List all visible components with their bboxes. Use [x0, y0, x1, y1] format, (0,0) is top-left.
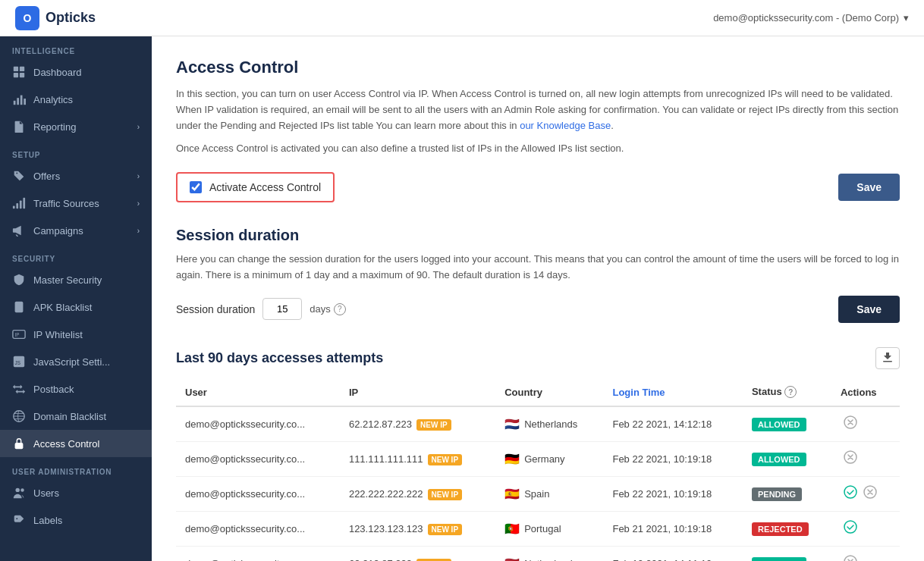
- table-row: demo@optickssecurity.co...123.123.123.12…: [176, 512, 900, 547]
- cell-ip: 111.111.111.111NEW IP: [340, 442, 495, 477]
- activate-row: Activate Access Control Save: [176, 172, 900, 202]
- apk-icon: [12, 300, 26, 314]
- approve-action-button[interactable]: [841, 485, 860, 503]
- sidebar-item-postback[interactable]: Postback: [0, 375, 152, 403]
- status-badge: REJECTED: [752, 522, 809, 536]
- app-name: Opticks: [46, 10, 96, 26]
- svg-rect-6: [20, 96, 23, 105]
- sidebar-section-user-administration: USER ADMINISTRATION: [0, 457, 152, 479]
- cell-actions: [831, 547, 900, 561]
- reject-action-button[interactable]: [841, 415, 860, 433]
- col-ip: IP: [340, 378, 495, 407]
- sidebar-item-access-control[interactable]: Access Control: [0, 430, 152, 457]
- svg-rect-14: [17, 306, 20, 307]
- svg-rect-10: [20, 200, 22, 208]
- cell-country: 🇵🇹Portugal: [495, 512, 603, 547]
- approve-action-button[interactable]: [841, 520, 860, 537]
- svg-rect-2: [14, 73, 18, 77]
- chevron-down-icon: ▾: [904, 12, 909, 24]
- svg-rect-4: [14, 101, 16, 105]
- svg-rect-11: [23, 198, 25, 208]
- sidebar-item-campaigns[interactable]: Campaigns›: [0, 217, 152, 244]
- col-login-time[interactable]: Login Time: [603, 378, 743, 407]
- country-name: Netherlands: [524, 418, 577, 430]
- megaphone-icon: [12, 224, 26, 237]
- svg-point-30: [844, 556, 856, 561]
- cell-actions: [831, 512, 900, 547]
- chevron-right-icon: ›: [137, 199, 140, 208]
- sidebar-item-traffic-sources[interactable]: Traffic Sources›: [0, 190, 152, 217]
- svg-rect-0: [14, 67, 18, 71]
- country-flag: 🇳🇱: [504, 556, 520, 561]
- sidebar-label-traffic-sources: Traffic Sources: [33, 198, 99, 209]
- table-row: demo@optickssecurity.co...222.222.222.22…: [176, 477, 900, 512]
- logo-icon: O: [15, 6, 39, 30]
- svg-point-27: [844, 486, 856, 498]
- chart-icon: [12, 92, 26, 106]
- knowledge-base-link[interactable]: our Knowledge Base: [520, 120, 611, 131]
- sidebar-item-offers[interactable]: Offers›: [0, 162, 152, 190]
- sidebar-item-users[interactable]: Users: [0, 479, 152, 506]
- sidebar-section-security: SECURITY: [0, 244, 152, 266]
- activate-label[interactable]: Activate Access Control: [209, 181, 321, 193]
- svg-rect-5: [17, 98, 19, 105]
- sidebar-item-labels[interactable]: Labels: [0, 506, 152, 534]
- reject-action-button[interactable]: [841, 450, 860, 468]
- activate-checkbox[interactable]: [190, 181, 202, 193]
- svg-rect-9: [16, 203, 18, 208]
- sidebar-label-labels: Labels: [33, 515, 62, 526]
- cell-user: demo@optickssecurity.co...: [176, 512, 340, 547]
- postback-icon: [12, 382, 26, 396]
- reject-action-button[interactable]: [841, 555, 860, 561]
- session-input[interactable]: [262, 298, 302, 320]
- sidebar-item-master-security[interactable]: Master Security: [0, 266, 152, 293]
- sidebar-item-ip-whitelist[interactable]: IPIP Whitelist: [0, 321, 152, 348]
- help-icon[interactable]: ?: [334, 303, 346, 315]
- save-button-top[interactable]: Save: [838, 174, 900, 201]
- cell-country: 🇪🇸Spain: [495, 477, 603, 512]
- svg-rect-15: [17, 309, 20, 309]
- svg-point-22: [16, 488, 20, 492]
- label-icon: [12, 513, 26, 527]
- country-flag: 🇪🇸: [504, 487, 520, 501]
- table-header-row-el: User IP Country Login Time Status ? Acti…: [176, 378, 900, 407]
- status-help-icon[interactable]: ?: [784, 386, 797, 398]
- svg-text:IP: IP: [15, 332, 20, 337]
- chevron-right-icon: ›: [137, 227, 140, 235]
- sidebar-item-apk-blacklist[interactable]: APK Blacklist: [0, 293, 152, 321]
- session-desc: Here you can change the session duration…: [176, 252, 900, 284]
- cell-status: ALLOWED: [743, 442, 831, 477]
- cell-actions: [831, 406, 900, 442]
- app-logo: O Opticks: [15, 6, 96, 30]
- status-badge: ALLOWED: [752, 557, 806, 561]
- activate-checkbox-box: Activate Access Control: [176, 172, 335, 202]
- new-ip-badge: NEW IP: [428, 489, 463, 500]
- domain-icon: [12, 409, 26, 423]
- shield-icon: [12, 273, 26, 287]
- sidebar-item-reporting[interactable]: Reporting›: [0, 113, 152, 140]
- save-button-session[interactable]: Save: [838, 296, 900, 323]
- sidebar-item-analytics[interactable]: Analytics: [0, 86, 152, 113]
- sidebar-item-dashboard[interactable]: Dashboard: [0, 58, 152, 86]
- session-left: Session duration days ?: [176, 298, 346, 320]
- sidebar-item-javascript-settings[interactable]: JSJavaScript Setti...: [0, 348, 152, 375]
- reject-action-button[interactable]: [860, 485, 880, 503]
- tag-icon: [12, 169, 26, 183]
- user-menu[interactable]: demo@optickssecurity.com - (Demo Corp) ▾: [713, 12, 909, 24]
- country-flag: 🇩🇪: [504, 452, 520, 466]
- session-unit: days ?: [310, 303, 345, 315]
- sidebar-label-offers: Offers: [33, 171, 60, 182]
- table-row: demo@optickssecurity.co...62.212.87.223N…: [176, 547, 900, 561]
- col-user: User: [176, 378, 340, 407]
- topbar: O Opticks demo@optickssecurity.com - (De…: [0, 0, 924, 36]
- cell-user: demo@optickssecurity.co...: [176, 477, 340, 512]
- new-ip-badge: NEW IP: [416, 419, 451, 431]
- session-title: Session duration: [176, 227, 900, 244]
- country-name: Netherlands: [524, 558, 577, 561]
- sidebar-item-domain-blacklist[interactable]: Domain Blacklist: [0, 403, 152, 430]
- status-badge: ALLOWED: [752, 453, 806, 466]
- sidebar-label-access-control: Access Control: [33, 438, 99, 450]
- download-button[interactable]: [875, 347, 900, 369]
- user-email: demo@optickssecurity.com - (Demo Corp): [713, 12, 899, 24]
- new-ip-badge: NEW IP: [428, 454, 463, 465]
